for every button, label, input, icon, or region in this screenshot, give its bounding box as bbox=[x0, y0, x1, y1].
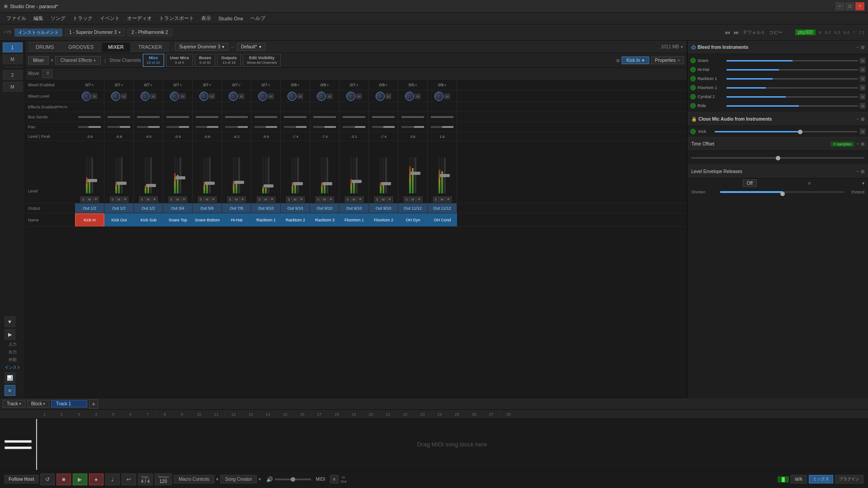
midi-toggle-btn[interactable]: ≡ bbox=[330, 475, 339, 483]
level-env-off-btn[interactable]: Off bbox=[743, 179, 757, 187]
sidebar-m-btn-2[interactable]: M bbox=[3, 82, 23, 92]
preset-selector[interactable]: Default* ▾ bbox=[237, 43, 265, 51]
block-btn[interactable]: Block ▾ bbox=[27, 400, 49, 408]
outputs-counter[interactable]: Outputs 13 of 16 bbox=[217, 54, 241, 66]
pan-cell-5[interactable] bbox=[222, 122, 251, 131]
smb-s-5[interactable]: S bbox=[227, 197, 233, 202]
bleed-level-cell-10[interactable]: M bbox=[369, 90, 398, 102]
bleed-hihat-slider[interactable] bbox=[726, 69, 858, 70]
tab-grooves[interactable]: GROOVES bbox=[61, 42, 100, 52]
bleed-cymbal2-mute[interactable]: ⊘ bbox=[860, 94, 865, 99]
menu-transport[interactable]: トランスポート bbox=[156, 14, 198, 23]
smb-s-2[interactable]: S bbox=[139, 197, 145, 202]
kick-mic-slider[interactable] bbox=[715, 131, 857, 132]
sidebar-chart-icon[interactable]: 📊 bbox=[5, 372, 15, 383]
smb-s-4[interactable]: S bbox=[198, 197, 204, 202]
kick-power-btn[interactable] bbox=[690, 129, 696, 134]
output-cell-0[interactable]: Out 1/2 bbox=[75, 203, 104, 213]
output-cell-3[interactable]: Out 3/4 bbox=[163, 203, 193, 213]
bleed-knob-4[interactable] bbox=[199, 92, 208, 101]
menu-studio-one[interactable]: Studio One bbox=[215, 14, 247, 23]
output-cell-12[interactable]: Out 11/12 bbox=[428, 203, 457, 213]
bleed-knob-11[interactable] bbox=[405, 92, 414, 101]
channel-name-4[interactable]: Snare Bottom bbox=[193, 213, 222, 226]
bus-send-cell-2[interactable] bbox=[134, 112, 163, 122]
bleed-knob-9[interactable] bbox=[346, 92, 355, 101]
fader-cell-9[interactable] bbox=[340, 141, 369, 195]
smb-s-1[interactable]: S bbox=[110, 197, 116, 202]
bleed-enabled-cell-7[interactable]: 0/8▾ bbox=[281, 80, 310, 90]
bleed-knob-2[interactable] bbox=[141, 92, 150, 101]
sidebar-m-btn[interactable]: M bbox=[3, 54, 23, 64]
pan-cell-3[interactable] bbox=[163, 122, 193, 131]
plugin-title-btn[interactable]: インストゥルメント bbox=[14, 28, 62, 37]
song-creator-btn[interactable]: Song Creator bbox=[220, 475, 257, 483]
fader-cell-4[interactable] bbox=[193, 141, 222, 195]
channel-name-6[interactable]: Racktom 1 bbox=[251, 213, 281, 226]
pan-cell-0[interactable] bbox=[75, 122, 104, 131]
bleed-enabled-cell-4[interactable]: 3/7▾ bbox=[193, 80, 222, 90]
bleed-level-cell-3[interactable]: M bbox=[163, 90, 193, 102]
channel-name-3[interactable]: Snare Top bbox=[163, 213, 193, 226]
sidebar-arrow-down[interactable]: ▼ bbox=[5, 316, 15, 327]
bleed-enabled-cell-3[interactable]: 0/7▾ bbox=[163, 80, 193, 90]
close-mic-settings[interactable]: ⊞ bbox=[861, 117, 864, 122]
bleed-level-cell-11[interactable]: M bbox=[398, 90, 428, 102]
menu-track[interactable]: トラック bbox=[69, 14, 96, 23]
menu-file[interactable]: ファイル bbox=[3, 14, 30, 23]
song-creator-arrow[interactable]: ▾ bbox=[259, 477, 261, 482]
smb-⊘-8[interactable]: ⊘ bbox=[328, 197, 334, 202]
time-offset-slider-area[interactable] bbox=[688, 151, 868, 164]
bus-send-cell-5[interactable] bbox=[222, 112, 251, 122]
smb-m-8[interactable]: M bbox=[322, 197, 328, 202]
bleed-level-cell-5[interactable]: M bbox=[222, 90, 251, 102]
smb-⊘-9[interactable]: ⊘ bbox=[358, 197, 363, 202]
macro-controls-btn[interactable]: Macro Controls bbox=[174, 475, 214, 483]
minimize-button[interactable]: − bbox=[835, 2, 844, 10]
bleed-settings[interactable]: ⊞ bbox=[861, 45, 864, 50]
smb-m-3[interactable]: M bbox=[175, 197, 181, 202]
bus-send-cell-11[interactable] bbox=[398, 112, 428, 122]
volume-icon[interactable]: 🔊 bbox=[266, 476, 273, 483]
bleed-floortom1-power[interactable] bbox=[690, 85, 696, 90]
smb-⊘-12[interactable]: ⊘ bbox=[446, 197, 452, 202]
tab-mixer[interactable]: MIXER bbox=[101, 42, 131, 52]
bleed-ride-mute[interactable]: ⊘ bbox=[860, 103, 865, 108]
sm-cell-10[interactable]: SM⊘ bbox=[369, 195, 398, 203]
pan-cell-11[interactable] bbox=[398, 122, 428, 131]
smb-s-6[interactable]: S bbox=[257, 197, 263, 202]
sm-cell-12[interactable]: SM⊘ bbox=[428, 195, 457, 203]
bleed-level-cell-7[interactable]: M bbox=[281, 90, 310, 102]
bleed-racktom1-slider[interactable] bbox=[726, 78, 858, 80]
pan-cell-9[interactable] bbox=[340, 122, 369, 131]
instrument-selector[interactable]: Superior Drummer 3 ▾ bbox=[175, 43, 228, 51]
sm-cell-3[interactable]: SM⊘ bbox=[163, 195, 193, 203]
bleed-level-cell-4[interactable]: M bbox=[193, 90, 222, 102]
fader-cell-7[interactable] bbox=[281, 141, 310, 195]
bleed-ride-power[interactable] bbox=[690, 103, 696, 108]
bleed-cymbal2-slider[interactable] bbox=[726, 96, 858, 98]
bleed-knob-3[interactable] bbox=[170, 92, 179, 101]
edit-btn[interactable]: 編集 bbox=[791, 475, 807, 483]
smb-⊘-2[interactable]: ⊘ bbox=[152, 197, 158, 202]
bus-send-cell-12[interactable] bbox=[428, 112, 457, 122]
sm-cell-7[interactable]: SM⊘ bbox=[281, 195, 310, 203]
smb-s-3[interactable]: S bbox=[169, 197, 175, 202]
track-btn[interactable]: Track ▾ bbox=[3, 400, 25, 408]
channel-name-9[interactable]: Floortom 1 bbox=[340, 213, 369, 226]
kick-in-selector[interactable]: Kick In ▾ bbox=[622, 56, 649, 64]
smb-s-9[interactable]: S bbox=[345, 197, 351, 202]
bus-send-cell-6[interactable] bbox=[251, 112, 281, 122]
pan-cell-2[interactable] bbox=[134, 122, 163, 131]
channel-name-8[interactable]: Racktom 3 bbox=[310, 213, 340, 226]
add-track-btn[interactable]: + bbox=[89, 399, 98, 408]
pan-cell-8[interactable] bbox=[310, 122, 340, 131]
bleed-enabled-cell-11[interactable]: 5/5▾ bbox=[398, 80, 428, 90]
bleed-level-cell-6[interactable]: M bbox=[251, 90, 281, 102]
smb-m-6[interactable]: M bbox=[263, 197, 269, 202]
output-cell-4[interactable]: Out 5/6 bbox=[193, 203, 222, 213]
time-offset-collapse[interactable]: − bbox=[856, 141, 859, 146]
channel-name-0[interactable]: Kick In bbox=[75, 213, 104, 226]
fader-cell-0[interactable] bbox=[75, 141, 104, 195]
loop-btn[interactable]: ↺ bbox=[40, 474, 55, 485]
